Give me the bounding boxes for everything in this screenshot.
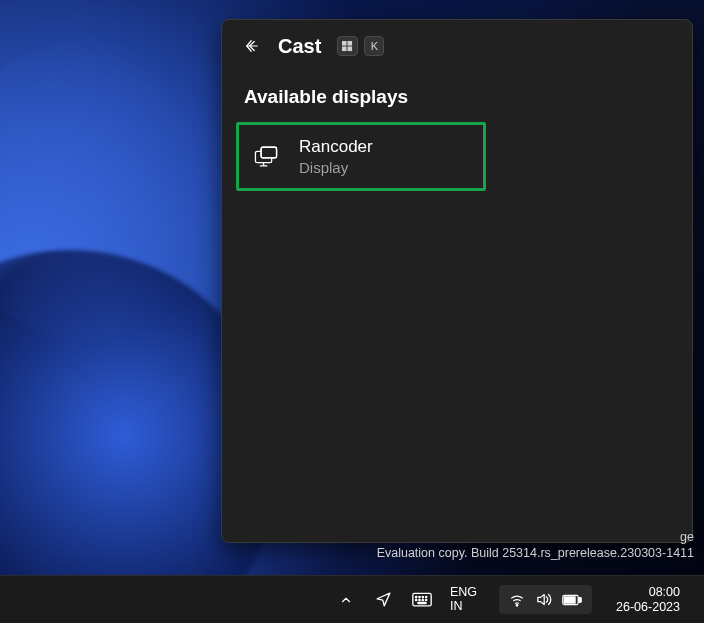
- quick-settings-button[interactable]: [499, 585, 592, 614]
- device-type: Display: [299, 159, 373, 176]
- svg-point-15: [425, 599, 426, 600]
- cast-flyout-panel: Cast K Available displays: [221, 19, 693, 543]
- available-displays-heading: Available displays: [222, 68, 692, 122]
- k-key-badge: K: [364, 36, 384, 56]
- clock-button[interactable]: 08:00 26-06-2023: [610, 585, 686, 615]
- taskbar: ENG IN 08:00 26-06-2023: [0, 575, 704, 623]
- lang-top: ENG: [450, 586, 477, 600]
- svg-point-14: [422, 599, 423, 600]
- language-switcher[interactable]: ENG IN: [446, 586, 481, 614]
- windows-logo-icon: [342, 41, 353, 52]
- svg-rect-0: [342, 41, 347, 46]
- svg-rect-2: [342, 46, 347, 51]
- clock-date: 26-06-2023: [616, 600, 680, 615]
- battery-icon: [562, 593, 582, 607]
- cast-device-item[interactable]: Rancoder Display: [236, 122, 486, 191]
- display-device-icon: [253, 144, 279, 170]
- overflow-tray-button[interactable]: [332, 580, 360, 620]
- volume-icon: [535, 591, 552, 608]
- win-key-badge: [337, 36, 358, 56]
- chevron-up-icon: [339, 593, 353, 607]
- desktop-watermark: ge Evaluation copy. Build 25314.rs_prere…: [377, 529, 694, 562]
- system-tray: ENG IN 08:00 26-06-2023: [324, 580, 694, 620]
- svg-point-11: [425, 596, 426, 597]
- svg-point-9: [419, 596, 420, 597]
- send-icon: [375, 591, 392, 608]
- shortcut-badges: K: [337, 36, 384, 56]
- svg-point-12: [415, 599, 416, 600]
- svg-rect-20: [564, 596, 575, 602]
- back-button[interactable]: [240, 34, 264, 58]
- svg-point-10: [422, 596, 423, 597]
- cast-title: Cast: [278, 35, 321, 58]
- clock-time: 08:00: [649, 585, 680, 600]
- location-tray-icon[interactable]: [370, 580, 398, 620]
- lang-bottom: IN: [450, 600, 463, 614]
- cast-header: Cast K: [222, 20, 692, 68]
- watermark-build-line: Evaluation copy. Build 25314.rs_prerelea…: [377, 545, 694, 561]
- touch-keyboard-button[interactable]: [408, 580, 436, 620]
- svg-point-8: [415, 596, 416, 597]
- svg-rect-16: [418, 602, 426, 603]
- svg-rect-19: [579, 597, 581, 602]
- device-name: Rancoder: [299, 137, 373, 157]
- keyboard-icon: [412, 592, 432, 608]
- svg-point-17: [516, 604, 518, 606]
- svg-rect-1: [348, 41, 353, 46]
- svg-rect-3: [348, 46, 353, 51]
- watermark-partial-line: ge: [377, 529, 694, 545]
- svg-rect-5: [261, 147, 276, 158]
- svg-point-13: [419, 599, 420, 600]
- wifi-icon: [509, 592, 525, 608]
